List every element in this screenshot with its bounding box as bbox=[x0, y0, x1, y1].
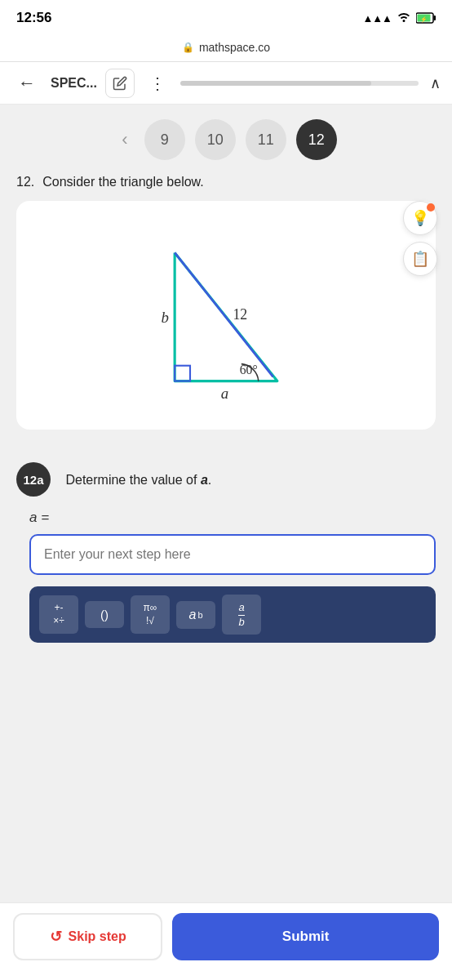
nav-title: SPEC... bbox=[51, 76, 97, 91]
question-label: 12.Consider the triangle below. bbox=[16, 175, 436, 189]
answer-section: a = +- ×÷ () π∞ !√ bbox=[0, 510, 452, 659]
progress-bar bbox=[180, 81, 419, 86]
fraction-key[interactable]: a b bbox=[222, 595, 261, 635]
list-icon: 📋 bbox=[411, 250, 429, 268]
power-key[interactable]: ab bbox=[176, 601, 215, 629]
lock-icon: 🔒 bbox=[182, 42, 194, 53]
svg-text:12: 12 bbox=[233, 306, 247, 323]
signal-icon: ▲▲▲ bbox=[362, 12, 392, 24]
skip-label: Skip step bbox=[69, 929, 126, 944]
url-text: mathspace.co bbox=[199, 41, 270, 54]
edit-icon-button[interactable] bbox=[105, 69, 135, 98]
triangle-section: b 12 60° a bbox=[16, 201, 436, 430]
submit-button[interactable]: Submit bbox=[172, 913, 439, 960]
part-section: 12a Determine the value of a. bbox=[0, 462, 452, 497]
back-button[interactable]: ← bbox=[11, 69, 42, 97]
side-buttons: 💡 📋 bbox=[403, 201, 437, 276]
svg-text:a: a bbox=[221, 385, 228, 402]
lightbulb-icon: 💡 bbox=[411, 209, 429, 227]
more-button[interactable]: ⋮ bbox=[143, 70, 172, 96]
top-nav: ← SPEC... ⋮ ∧ bbox=[0, 62, 452, 105]
prev-question-button[interactable]: ‹ bbox=[115, 126, 134, 154]
triangle-card: b 12 60° a bbox=[16, 201, 436, 430]
question-text: Consider the triangle below. bbox=[42, 175, 203, 189]
skip-step-button[interactable]: ↺ Skip step bbox=[13, 913, 162, 960]
collapse-button[interactable]: ∧ bbox=[430, 74, 441, 92]
part-instruction: Determine the value of a. bbox=[65, 473, 211, 487]
funcs-key[interactable]: π∞ !√ bbox=[131, 595, 170, 634]
svg-text:b: b bbox=[161, 309, 168, 326]
question-card: 12.Consider the triangle below. bbox=[0, 175, 452, 462]
wifi-icon bbox=[397, 11, 411, 25]
hint-notification-dot bbox=[427, 203, 435, 212]
bottom-bar: ↺ Skip step Submit bbox=[0, 902, 452, 980]
answer-input[interactable] bbox=[44, 547, 421, 562]
answer-label: a = bbox=[29, 510, 436, 526]
question-11[interactable]: 11 bbox=[246, 119, 286, 160]
skip-icon: ↺ bbox=[50, 928, 62, 946]
triangle-diagram: b 12 60° a bbox=[136, 227, 316, 407]
svg-rect-1 bbox=[434, 16, 436, 20]
browser-bar: 🔒 mathspace.co bbox=[0, 33, 452, 62]
math-keyboard: +- ×÷ () π∞ !√ ab a bbox=[29, 586, 436, 643]
svg-text:⚡: ⚡ bbox=[420, 16, 428, 23]
part-badge: 12a bbox=[16, 462, 51, 497]
hint-button[interactable]: 💡 bbox=[403, 201, 437, 235]
main-content: ‹ 9 10 11 12 12.Consider the triangle be… bbox=[0, 105, 452, 741]
question-10[interactable]: 10 bbox=[195, 119, 236, 160]
question-9[interactable]: 9 bbox=[144, 119, 185, 160]
status-bar: 12:56 ▲▲▲ ⚡ bbox=[0, 0, 452, 33]
question-number: 12. bbox=[16, 175, 34, 189]
answer-input-container[interactable] bbox=[29, 534, 436, 575]
steps-button[interactable]: 📋 bbox=[403, 242, 437, 276]
svg-line-4 bbox=[175, 252, 273, 376]
question-12[interactable]: 12 bbox=[296, 119, 337, 160]
question-nav: ‹ 9 10 11 12 bbox=[0, 105, 452, 175]
ops-key[interactable]: +- ×÷ bbox=[39, 595, 78, 634]
battery-icon: ⚡ bbox=[416, 12, 436, 24]
parens-key[interactable]: () bbox=[85, 601, 124, 628]
svg-rect-5 bbox=[175, 366, 190, 381]
status-icons: ▲▲▲ ⚡ bbox=[362, 11, 436, 25]
status-time: 12:56 bbox=[16, 10, 51, 26]
progress-fill bbox=[180, 81, 371, 86]
svg-text:60°: 60° bbox=[240, 363, 258, 376]
